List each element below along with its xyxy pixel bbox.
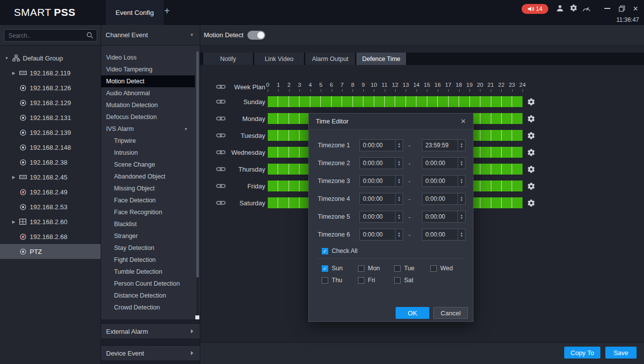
- time-input[interactable]: 0:00:00▲▼: [422, 157, 466, 169]
- defence-time-bar[interactable]: [268, 96, 523, 107]
- time-segment[interactable]: [512, 113, 522, 124]
- spinner-down-icon[interactable]: ▼: [398, 145, 401, 148]
- link-icon[interactable]: [216, 116, 226, 121]
- day-checkbox-fri[interactable]: Fri: [358, 274, 394, 286]
- time-segment[interactable]: [374, 96, 384, 107]
- ok-button[interactable]: OK: [396, 307, 429, 319]
- time-segment[interactable]: [512, 197, 522, 208]
- gear-icon[interactable]: [527, 115, 535, 123]
- time-segment[interactable]: [289, 130, 299, 141]
- link-icon[interactable]: [216, 183, 226, 189]
- time-segment[interactable]: [491, 113, 501, 124]
- time-segment[interactable]: [449, 96, 459, 107]
- user-icon[interactable]: [556, 4, 564, 12]
- event-item[interactable]: Stranger: [101, 230, 195, 242]
- spinner-arrows[interactable]: ▲▼: [458, 229, 465, 240]
- event-item[interactable]: Video Loss: [101, 52, 195, 63]
- time-segment[interactable]: [502, 130, 512, 141]
- channel-event-dropdown[interactable]: Channel Event: [106, 31, 148, 39]
- copy-to-button[interactable]: Copy To: [564, 347, 600, 359]
- spinner-down-icon[interactable]: ▼: [460, 217, 463, 220]
- spinner-arrows[interactable]: ▲▼: [458, 211, 465, 222]
- event-item[interactable]: Intrusion: [101, 147, 195, 159]
- time-segment[interactable]: [268, 96, 278, 107]
- event-item[interactable]: Abandoned Object: [101, 171, 195, 182]
- time-segment[interactable]: [268, 181, 278, 191]
- event-list-scrollbar[interactable]: [196, 52, 199, 315]
- gear-icon[interactable]: [527, 165, 535, 174]
- spinner-down-icon[interactable]: ▼: [460, 163, 463, 166]
- time-segment[interactable]: [512, 147, 522, 158]
- time-segment[interactable]: [491, 197, 501, 208]
- performance-gauge-icon[interactable]: [582, 5, 591, 12]
- check-all-row[interactable]: ✓ Check All: [322, 247, 357, 254]
- scrollbar-handle[interactable]: [195, 315, 199, 319]
- spinner-down-icon[interactable]: ▼: [398, 163, 401, 166]
- section-device-event[interactable]: Device Event: [101, 345, 200, 361]
- event-item[interactable]: Stay Detection: [101, 242, 195, 254]
- gear-icon[interactable]: [527, 199, 535, 207]
- time-segment[interactable]: [310, 96, 320, 107]
- spinner-arrows[interactable]: ▲▼: [395, 229, 403, 240]
- time-segment[interactable]: [268, 113, 278, 124]
- time-segment[interactable]: [502, 96, 512, 107]
- time-segment[interactable]: [502, 164, 512, 175]
- time-segment[interactable]: [491, 181, 501, 191]
- time-segment[interactable]: [491, 164, 501, 175]
- day-checkbox-sun[interactable]: ✓Sun: [322, 262, 358, 274]
- time-segment[interactable]: [502, 113, 512, 124]
- link-icon[interactable]: [216, 149, 226, 155]
- link-icon[interactable]: [216, 166, 226, 172]
- time-segment[interactable]: [278, 147, 288, 158]
- link-icon[interactable]: [216, 200, 226, 206]
- time-segment[interactable]: [278, 113, 288, 124]
- time-input[interactable]: 0:00:00▲▼: [422, 193, 466, 205]
- time-segment[interactable]: [480, 96, 490, 107]
- time-segment[interactable]: [395, 96, 405, 107]
- event-item[interactable]: Tripwire: [101, 135, 195, 147]
- time-segment[interactable]: [289, 147, 299, 158]
- collapse-caret-icon[interactable]: ▼: [3, 56, 10, 61]
- time-segment[interactable]: [289, 96, 299, 107]
- link-icon[interactable]: [216, 132, 226, 138]
- search-icon[interactable]: [86, 32, 93, 40]
- gear-icon[interactable]: [527, 131, 535, 140]
- time-segment[interactable]: [512, 164, 522, 175]
- device-item[interactable]: ▶192.168.2.139: [0, 125, 101, 140]
- alarm-badge[interactable]: 14: [522, 4, 548, 14]
- device-item[interactable]: ▶PTZ: [0, 244, 101, 259]
- event-item[interactable]: Blacklist: [101, 218, 195, 230]
- spinner-down-icon[interactable]: ▼: [460, 145, 463, 148]
- time-segment[interactable]: [278, 130, 288, 141]
- checkbox-icon[interactable]: ✓: [322, 248, 328, 254]
- time-segment[interactable]: [512, 181, 522, 191]
- time-segment[interactable]: [363, 96, 373, 107]
- spinner-arrows[interactable]: ▲▼: [395, 140, 403, 151]
- save-button[interactable]: Save: [605, 347, 637, 359]
- time-segment[interactable]: [278, 164, 288, 175]
- spinner-arrows[interactable]: ▲▼: [458, 176, 465, 186]
- time-input[interactable]: 0:00:00▲▼: [422, 175, 466, 187]
- scrollbar-thumb[interactable]: [196, 52, 199, 277]
- event-item[interactable]: Face Recognition: [101, 206, 195, 218]
- device-item[interactable]: ▶192.168.2.126: [0, 80, 101, 95]
- maximize-button[interactable]: [617, 4, 626, 13]
- time-segment[interactable]: [438, 96, 448, 107]
- add-tab-button[interactable]: +: [164, 5, 170, 17]
- tab-link-video[interactable]: Link Video: [254, 53, 304, 65]
- time-segment[interactable]: [416, 96, 426, 107]
- time-segment[interactable]: [502, 181, 512, 191]
- tab-defence-time[interactable]: Defence Time: [356, 53, 406, 65]
- expand-caret-icon[interactable]: ▶: [10, 175, 17, 180]
- cancel-button[interactable]: Cancel: [433, 307, 468, 319]
- time-segment[interactable]: [289, 197, 299, 208]
- tab-alarm-output[interactable]: Alarm Output: [305, 53, 355, 65]
- event-item[interactable]: Tumble Detection: [101, 266, 195, 278]
- time-segment[interactable]: [289, 181, 299, 191]
- time-segment[interactable]: [342, 96, 352, 107]
- device-item[interactable]: ▶192.168.2.38: [0, 155, 101, 170]
- day-checkbox-thu[interactable]: Thu: [322, 274, 358, 286]
- time-segment[interactable]: [470, 96, 480, 107]
- time-segment[interactable]: [406, 96, 416, 107]
- time-segment[interactable]: [289, 113, 299, 124]
